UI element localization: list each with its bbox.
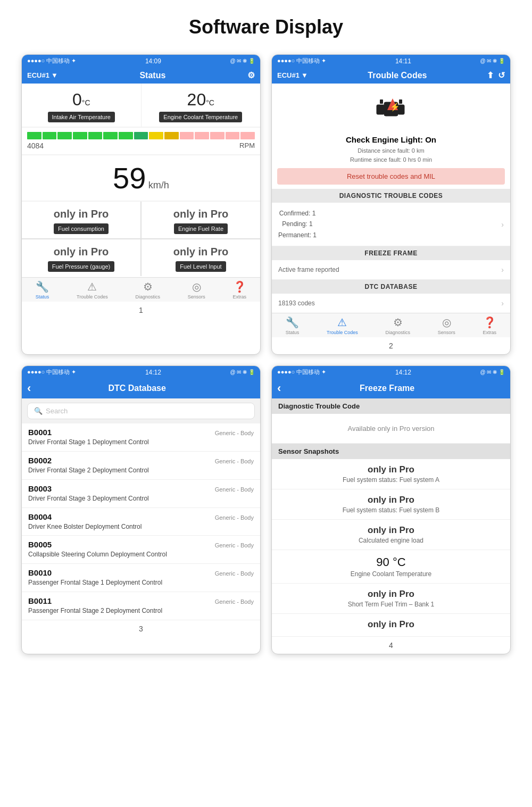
freeze-arrow-icon: › bbox=[501, 265, 504, 274]
screen1-ecu-selector[interactable]: ECU#1 ▼ bbox=[27, 71, 58, 79]
screen4-status-icons: @ ✉ ❋ 🔋 bbox=[480, 369, 505, 375]
screen2-nav-bar: ECU#1 ▼ Trouble Codes ⬆ ↺ bbox=[272, 67, 510, 84]
svg-rect-3 bbox=[380, 99, 383, 104]
screen3-nav-title: DTC Database bbox=[108, 384, 165, 393]
engine-light-icon: ⚡ bbox=[372, 94, 410, 130]
ff-sensor-section-header: Sensor Snapshots bbox=[272, 444, 510, 459]
chevron-down-icon: ▼ bbox=[51, 71, 58, 79]
screen2-nav-icons[interactable]: ⬆ ↺ bbox=[487, 70, 505, 80]
screen2-diag-label: Diagnostics bbox=[386, 330, 411, 335]
screen4-back-button[interactable]: ‹ bbox=[277, 381, 281, 395]
dtc-row[interactable]: Confirmed: 1 Pending: 1 Permanent: 1 › bbox=[272, 203, 510, 246]
screen4-carrier: ●●●●○ 中国移动 ✦ bbox=[277, 368, 326, 376]
dtc-code-b0002: B0002 bbox=[28, 456, 52, 465]
screen2-page-num: 2 bbox=[272, 337, 510, 354]
dtc-list-item-b0004[interactable]: B0004 Generic - Body Driver Knee Bolster… bbox=[22, 508, 260, 536]
search-bar-container: 🔍 Search bbox=[22, 398, 260, 423]
screen2-tab-extras[interactable]: ❓ Extras bbox=[483, 316, 497, 335]
screen1-status-icons: @ ✉ ❋ 🔋 bbox=[230, 58, 255, 64]
screen3-status-icons: @ ✉ ❋ 🔋 bbox=[230, 369, 255, 375]
dtc-list-item-b0002[interactable]: B0002 Generic - Body Driver Frontal Stag… bbox=[22, 452, 260, 480]
intake-temp-unit: °C bbox=[82, 98, 90, 107]
pro-grid: only in Pro Fuel consumption only in Pro… bbox=[22, 202, 260, 276]
pro-label-fuel-consumption: Fuel consumption bbox=[54, 223, 109, 234]
trouble-codes-tab-label: Trouble Codes bbox=[77, 294, 108, 299]
screen2-trouble-label: Trouble Codes bbox=[327, 330, 358, 335]
ff-pro-text-fuel-b: only in Pro bbox=[278, 495, 504, 505]
tab-extras[interactable]: ❓ Extras bbox=[233, 280, 247, 299]
status-tab-icon: 🔧 bbox=[36, 280, 49, 293]
rpm-number: 4084 bbox=[27, 142, 44, 150]
screen1-content: 0°C Intake Air Temperature 20°C Engine C… bbox=[22, 84, 260, 276]
screen2-tab-status[interactable]: 🔧 Status bbox=[286, 316, 300, 335]
sensors-tab-label: Sensors bbox=[188, 294, 205, 299]
speed-row: 59 km/h bbox=[22, 155, 260, 201]
pro-text-engine-fuel-rate: only in Pro bbox=[147, 208, 255, 220]
dtc-counts: Confirmed: 1 Pending: 1 Permanent: 1 bbox=[278, 208, 317, 240]
ff-row-fuel-b: only in Pro Fuel system status: Fuel sys… bbox=[272, 489, 510, 520]
screen3-back-button[interactable]: ‹ bbox=[27, 381, 31, 395]
dtc-list-item-b0001[interactable]: B0001 Generic - Body Driver Frontal Stag… bbox=[22, 423, 260, 452]
tab-status[interactable]: 🔧 Status bbox=[36, 280, 49, 299]
engine-icon-row: ⚡ bbox=[272, 84, 510, 135]
speed-unit: km/h bbox=[148, 180, 169, 190]
svg-text:⚡: ⚡ bbox=[390, 102, 400, 112]
tab-trouble-codes[interactable]: ⚠ Trouble Codes bbox=[77, 280, 108, 299]
sensors-tab-icon: ◎ bbox=[192, 280, 201, 293]
dtc-desc-b0001: Driver Frontal Stage 1 Deployment Contro… bbox=[28, 438, 254, 447]
ff-sub-fuel-trim-b1: Short Term Fuel Trim – Bank 1 bbox=[278, 601, 504, 608]
screen1-carrier: ●●●●○ 中国移动 ✦ bbox=[27, 57, 76, 65]
dtcdb-section-divider: DTC DATABASE bbox=[272, 280, 510, 294]
diagnostics-tab-icon: ⚙ bbox=[143, 280, 153, 293]
dtc-desc-b0004: Driver Knee Bolster Deployment Control bbox=[28, 522, 254, 531]
screen2-tab-sensors[interactable]: ◎ Sensors bbox=[438, 316, 455, 335]
ff-row-fuel-a: only in Pro Fuel system status: Fuel sys… bbox=[272, 459, 510, 489]
rpm-row: 4084 RPM bbox=[22, 128, 260, 154]
screen4-phone: ●●●●○ 中国移动 ✦ 14:12 @ ✉ ❋ 🔋 ‹ Freeze Fram… bbox=[271, 365, 511, 654]
tab-sensors[interactable]: ◎ Sensors bbox=[188, 280, 205, 299]
ff-pro-text-last: only in Pro bbox=[278, 619, 504, 630]
freeze-row[interactable]: Active frame reported › bbox=[272, 260, 510, 280]
screen2-tab-trouble-codes[interactable]: ⚠ Trouble Codes bbox=[327, 316, 358, 335]
screen1-nav-bar: ECU#1 ▼ Status ⚙ bbox=[22, 67, 260, 84]
dtc-list-item-b0005[interactable]: B0005 Generic - Body Collapsible Steerin… bbox=[22, 536, 260, 564]
screen1-nav-icons[interactable]: ⚙ bbox=[247, 70, 255, 80]
status-tab-label: Status bbox=[36, 294, 49, 299]
search-bar[interactable]: 🔍 Search bbox=[27, 403, 255, 419]
dtc-list-item-b0011[interactable]: B0011 Generic - Body Passenger Frontal S… bbox=[22, 592, 260, 620]
rpm-unit: RPM bbox=[239, 142, 255, 150]
extras-tab-icon: ❓ bbox=[233, 280, 246, 293]
dtc-list-item-b0003[interactable]: B0003 Generic - Body Driver Frontal Stag… bbox=[22, 480, 260, 508]
screen2-ecu-selector[interactable]: ECU#1 ▼ bbox=[277, 71, 308, 79]
dtc-desc-b0005: Collapsible Steering Column Deployment C… bbox=[28, 550, 254, 559]
screen1-time: 14:09 bbox=[145, 57, 161, 65]
screen2-tab-diagnostics[interactable]: ⚙ Diagnostics bbox=[386, 316, 411, 335]
screen2-tab-bar: 🔧 Status ⚠ Trouble Codes ⚙ Diagnostics ◎… bbox=[272, 313, 510, 337]
share-icon[interactable]: ⬆ bbox=[487, 70, 494, 80]
reset-button[interactable]: Reset trouble codes and MIL bbox=[277, 168, 505, 185]
ff-row-fuel-trim-b1: only in Pro Short Term Fuel Trim – Bank … bbox=[272, 584, 510, 614]
screen4-content: Diagnostic Trouble Code Available only i… bbox=[272, 398, 510, 637]
dtc-code-b0010: B0010 bbox=[28, 568, 52, 577]
screen2-status-icons: @ ✉ ❋ 🔋 bbox=[480, 58, 505, 64]
dtc-desc-b0003: Driver Frontal Stage 3 Deployment Contro… bbox=[28, 494, 254, 503]
dtc-desc-b0002: Driver Frontal Stage 2 Deployment Contro… bbox=[28, 466, 254, 475]
screenshots-grid: ●●●●○ 中国移动 ✦ 14:09 @ ✉ ❋ 🔋 ECU#1 ▼ Statu… bbox=[0, 49, 532, 665]
screen1-nav-title: Status bbox=[139, 71, 165, 80]
search-placeholder: Search bbox=[46, 407, 68, 415]
screen2-status-icon: 🔧 bbox=[286, 316, 299, 329]
ff-pro-text-engine-load: only in Pro bbox=[278, 525, 504, 536]
settings-icon[interactable]: ⚙ bbox=[247, 70, 255, 80]
screen2-carrier: ●●●●○ 中国移动 ✦ bbox=[277, 57, 326, 65]
screen3-status-bar: ●●●●○ 中国移动 ✦ 14:12 @ ✉ ❋ 🔋 bbox=[22, 366, 260, 378]
pro-cell-fuel-pressure: only in Pro Fuel Pressure (gauge) bbox=[22, 239, 140, 276]
screen2-extras-label: Extras bbox=[483, 330, 497, 335]
dtcdb-row[interactable]: 18193 codes › bbox=[272, 294, 510, 313]
ff-available-only: Available only in Pro version bbox=[272, 414, 510, 444]
dtc-list-item-b0010[interactable]: B0010 Generic - Body Passenger Frontal S… bbox=[22, 564, 260, 592]
dtc-cat-b0003: Generic - Body bbox=[215, 486, 254, 493]
screen4-nav-title: Freeze Frame bbox=[360, 384, 414, 393]
refresh-icon[interactable]: ↺ bbox=[498, 70, 505, 80]
tab-diagnostics[interactable]: ⚙ Diagnostics bbox=[136, 280, 161, 299]
screen2-sensors-label: Sensors bbox=[438, 330, 455, 335]
